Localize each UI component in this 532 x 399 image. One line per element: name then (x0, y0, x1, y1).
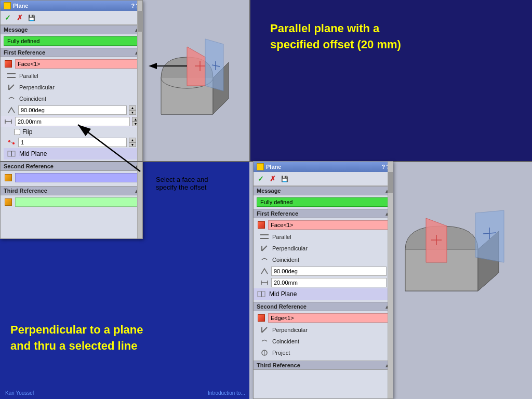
d2-mid-plane-icon (257, 289, 266, 299)
save-button[interactable]: 💾 (26, 12, 37, 23)
coincident-label: Coincident (19, 96, 46, 102)
d2-project-option[interactable]: Project (257, 347, 390, 358)
d2-distance-row (257, 277, 390, 288)
d2-second-ref-label: Second Reference (257, 303, 307, 310)
svg-line-21 (78, 125, 140, 171)
dialog2-scrollbar[interactable] (388, 162, 393, 398)
top-right-annotation: Parallel plane with a specified offset (… (270, 21, 494, 53)
face-input[interactable] (15, 59, 139, 69)
flip-label: Flip (22, 128, 32, 136)
svg-line-17 (9, 141, 14, 143)
annotation-line1: Parallel plane with a (270, 22, 379, 35)
third-ref-label: Third Reference (4, 188, 47, 194)
d2-status-badge: Fully defined (257, 197, 390, 207)
message-label: Message (4, 26, 28, 33)
perp-label: Perpendicular (19, 84, 55, 90)
d2-message-box: Fully defined (254, 195, 393, 209)
parallel-icon (7, 71, 16, 81)
orange-cube (5, 174, 12, 181)
accept-button[interactable]: ✓ (3, 12, 13, 23)
d2-third-ref-header: Third Reference ▲ (254, 361, 393, 370)
d2-mid-plane-row[interactable]: Mid Plane (254, 288, 393, 300)
d2-edge-row (257, 313, 390, 323)
d2-face-input[interactable] (268, 220, 390, 230)
bottom-annotation-line2: and thru a selected line (10, 339, 138, 352)
d2-angle-icon (260, 267, 269, 276)
d2-mid-plane-label: Mid Plane (269, 290, 297, 298)
accept-button-2[interactable]: ✓ (256, 174, 266, 184)
third-ref-input[interactable] (15, 197, 139, 207)
cancel-button[interactable]: ✗ (15, 12, 25, 23)
toolbar: ✓ ✗ 💾 (1, 11, 142, 25)
footer-author: Kari Youssef (5, 390, 34, 396)
flip-checkbox[interactable] (14, 129, 20, 135)
dialog-title-1: Plane ? ? (1, 1, 142, 11)
d2-coincident-icon (260, 255, 269, 264)
d2-edge-input[interactable] (268, 313, 390, 323)
perpendicular-option[interactable]: Perpendicular (4, 82, 139, 93)
help-icon-1[interactable]: ? (131, 3, 135, 9)
third-reference-content (1, 195, 142, 210)
plane-icon (4, 2, 11, 9)
third-ref-row (4, 197, 139, 207)
help2-icon-1[interactable]: ? (382, 164, 385, 170)
d2-face-row (257, 220, 390, 230)
d2-sr-perp-option[interactable]: Perpendicular (257, 324, 390, 336)
d2-first-ref-label: First Reference (257, 210, 298, 217)
face-ref-row (4, 59, 139, 69)
svg-line-28 (262, 327, 267, 332)
orange-cube-3 (5, 198, 12, 206)
status-badge: Fully defined (4, 36, 139, 46)
d2-sr-coincident-label: Coincident (272, 338, 299, 344)
d2-dist-icon (260, 278, 269, 287)
d2-perp-icon (260, 244, 269, 253)
d2-project-label: Project (272, 350, 290, 356)
red-cube (5, 60, 12, 68)
d2-parallel-option[interactable]: Parallel (257, 231, 390, 243)
mid-plane-label: Mid Plane (19, 150, 47, 157)
parallel-option[interactable]: Parallel (4, 70, 139, 82)
second-cube-icon (4, 173, 13, 182)
d2-message-label: Message (257, 188, 281, 194)
plane-dialog-2: Plane ? ? ✓ ✗ 💾 Message ▲ Fully defined … (253, 161, 393, 399)
dist-icon (4, 117, 13, 126)
d2-second-ref-header: Second Reference ▲ (254, 302, 393, 311)
second-ref-label: Second Reference (4, 163, 54, 169)
d2-third-ref-label: Third Reference (257, 362, 300, 368)
3d-model-bottom (395, 182, 530, 312)
first-reference-header: First Reference ▲ (1, 48, 142, 57)
d2-first-ref-header: First Reference ▲ (254, 209, 393, 218)
d2-perp-label: Perpendicular (272, 245, 308, 251)
third-reference-header: Third Reference ▲ (1, 186, 142, 195)
footer-title: Introduction to... (208, 390, 245, 396)
d2-scrollbar-thumb[interactable] (388, 172, 393, 193)
d2-perp-option[interactable]: Perpendicular (257, 243, 390, 254)
d2-angle-input[interactable] (271, 267, 387, 276)
d2-sr-coincident-icon (260, 337, 269, 346)
d2-angle-row (257, 265, 390, 277)
d2-message-header: Message ▲ (254, 186, 393, 195)
dialog-title-text: Plane (13, 3, 28, 9)
d2-second-ref-content: Perpendicular Coincident Project (254, 311, 393, 361)
d2-distance-input[interactable] (271, 278, 387, 287)
plane-icon-2 (257, 163, 264, 170)
d2-coincident-option[interactable]: Coincident (257, 254, 390, 265)
mid-plane-icon (7, 149, 16, 158)
coincident-icon (7, 94, 16, 103)
first-ref-label: First Reference (4, 49, 45, 56)
d2-sr-coincident-option[interactable]: Coincident (257, 336, 390, 347)
annotation-line2: specified offset (20 mm) (270, 38, 401, 51)
scrollbar-thumb[interactable] (138, 11, 143, 32)
vertical-divider (249, 0, 250, 161)
d2-parallel-label: Parallel (272, 234, 291, 240)
message-section-header: Message ▲ (1, 25, 142, 34)
annotation-arrow-svg (47, 99, 177, 182)
third-cube-icon (4, 197, 13, 207)
d2-edge-icon (257, 313, 266, 323)
svg-line-13 (9, 85, 14, 90)
d2-first-ref-content: Parallel Perpendicular Coincident (254, 218, 393, 302)
svg-marker-5 (205, 39, 223, 91)
save-button-2[interactable]: 💾 (280, 174, 290, 184)
cancel-button-2[interactable]: ✗ (268, 174, 278, 184)
d2-coincident-label: Coincident (272, 257, 299, 263)
